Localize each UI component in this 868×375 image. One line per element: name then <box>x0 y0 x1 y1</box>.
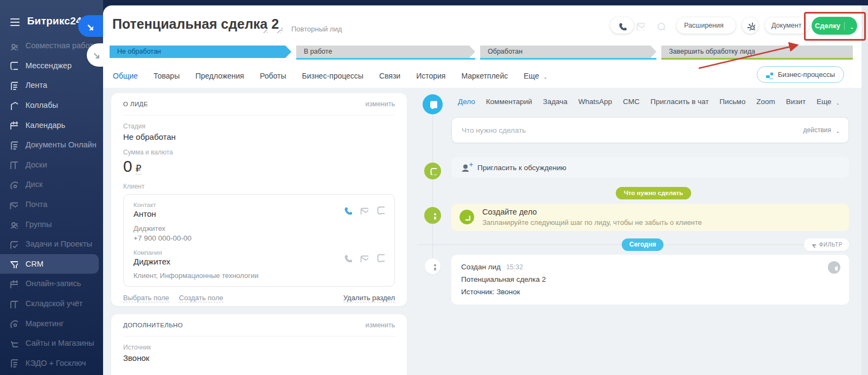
mail-icon[interactable] <box>359 205 368 215</box>
tab-relations[interactable]: Связи <box>379 72 400 81</box>
close-slider-button[interactable] <box>78 15 103 37</box>
todo-input[interactable] <box>452 126 803 134</box>
sidebar-item-sites[interactable]: Сайты и Магазины <box>0 333 99 353</box>
amount-field-value[interactable]: 0₽ <box>123 157 395 176</box>
brand-logo[interactable]: Битрикс24⊙ <box>27 15 86 27</box>
settings-button[interactable] <box>742 17 758 34</box>
sidebar-item-collaboration[interactable]: Совместная работа <box>0 36 99 56</box>
tab-more[interactable]: Еще <box>524 72 547 81</box>
stage-processed[interactable]: Обработан <box>480 46 656 60</box>
actions-dropdown[interactable]: действия <box>803 126 848 134</box>
sidebar-item-messenger[interactable]: Мессенджер <box>0 56 99 76</box>
tab-general[interactable]: Общие <box>113 72 138 81</box>
activity-tab-visit[interactable]: Визит <box>786 98 806 107</box>
chat-icon <box>9 61 18 70</box>
activity-tab-task[interactable]: Задача <box>543 98 567 107</box>
box-icon <box>9 299 18 308</box>
delete-section-link[interactable]: Удалить раздел <box>343 294 395 302</box>
contact-name[interactable]: Антон <box>133 209 156 218</box>
business-processes-button[interactable]: Бизнес-процессы <box>757 66 844 83</box>
sidebar-item-crm[interactable]: CRM <box>0 254 99 274</box>
sidebar-item-inventory[interactable]: Складской учёт <box>0 294 99 314</box>
mail-icon[interactable] <box>635 21 645 30</box>
additional-card: ДОПОЛНИТЕЛЬНО изменить Источник Звонок <box>111 314 407 375</box>
tab-history[interactable]: История <box>416 72 445 81</box>
stage-field-value[interactable]: Не обработан <box>123 132 395 141</box>
activity-tab-whatsapp[interactable]: WhatsApp <box>578 98 612 107</box>
today-badge[interactable]: Сегодня <box>622 238 663 251</box>
section-title: О ЛИДЕ <box>123 101 148 107</box>
sidebar-item-documents[interactable]: Документы Онлайн <box>0 135 99 155</box>
add-todo-button[interactable] <box>459 210 474 224</box>
extensions-button[interactable]: Расширения <box>676 17 736 34</box>
sidebar-item-feed[interactable]: Лента <box>0 75 99 95</box>
amount-field-label: Сумма и валюта <box>123 148 395 156</box>
board-icon <box>9 160 18 169</box>
mail-icon <box>9 200 18 209</box>
sidebar-item-calendar[interactable]: Календарь <box>0 115 99 135</box>
lead-detail-panel: Потенциальная сделка 2 Повторный лид Рас… <box>103 5 861 375</box>
edit-section-link[interactable]: изменить <box>366 100 395 108</box>
document-button[interactable]: Документ <box>765 17 809 34</box>
plus-icon <box>463 214 470 221</box>
stage-bar: Не обработан В работе Обработан Завершит… <box>110 46 853 60</box>
edit-section-link[interactable]: изменить <box>366 321 395 329</box>
company-label: Компания <box>133 249 170 256</box>
activity-tab-todo[interactable]: Дело <box>458 98 475 107</box>
hint-subtitle: Запланируйте следующий шаг по лиду, чтоб… <box>482 218 702 227</box>
copy-link-icon[interactable] <box>275 25 283 33</box>
people-icon <box>9 41 18 50</box>
menu-icon[interactable] <box>9 16 20 27</box>
sidebar-item-boards[interactable]: Доски <box>0 155 99 175</box>
divider <box>844 22 845 30</box>
sidebar-item-groups[interactable]: Группы <box>0 214 99 234</box>
create-deal-button[interactable]: Сделку <box>812 17 857 35</box>
timeline-column: Дело Комментарий Задача WhatsApp СМС При… <box>451 88 849 375</box>
sidebar-item-collabs[interactable]: Коллабы <box>0 95 99 115</box>
sidebar-item-marketing[interactable]: Маркетинг <box>0 313 99 333</box>
search-icon[interactable] <box>655 21 665 30</box>
hint-title: Создайте дело <box>482 208 537 216</box>
create-field-link[interactable]: Создать поле <box>179 294 224 302</box>
contact-phone[interactable]: +7 900 000-00-00 <box>133 234 385 242</box>
chat-icon[interactable] <box>375 205 385 215</box>
disk-icon <box>9 180 18 189</box>
company-name[interactable]: Диджитех <box>133 257 170 266</box>
select-field-link[interactable]: Выбрать поле <box>123 294 169 302</box>
stage-not-processed[interactable]: Не обработан <box>110 46 291 60</box>
timeline-entry-card: Создан лид 15:32 Потенциальная сделка 2 … <box>451 255 849 305</box>
chat-icon[interactable] <box>375 253 385 262</box>
sidebar-item-tasks[interactable]: Задачи и Проекты <box>0 234 99 254</box>
edit-title-icon[interactable] <box>260 25 267 33</box>
source-field-value[interactable]: Звонок <box>123 353 395 363</box>
tab-quotes[interactable]: Предложения <box>195 72 244 81</box>
hexagon-icon <box>9 101 18 110</box>
sidebar-item-booking[interactable]: Онлайн-запись <box>0 274 99 294</box>
chevron-down-icon <box>834 99 840 105</box>
activity-tab-more[interactable]: Еще <box>816 98 839 107</box>
phone-icon[interactable] <box>343 253 352 262</box>
tab-business-processes[interactable]: Бизнес-процессы <box>302 72 363 81</box>
sidebar-item-kedo[interactable]: КЭДО + Госключ <box>0 353 99 373</box>
activity-tab-comment[interactable]: Комментарий <box>486 98 532 107</box>
mail-icon[interactable] <box>359 253 368 262</box>
phone-icon[interactable] <box>343 205 352 215</box>
contact-company: Диджитех <box>133 224 385 232</box>
invite-discussion-row[interactable]: + Пригласить к обсуждению <box>451 157 849 178</box>
sidebar-item-drive[interactable]: Диск <box>0 174 99 195</box>
tab-robots[interactable]: Роботы <box>260 72 286 81</box>
activity-tab-zoom[interactable]: Zoom <box>756 98 775 107</box>
activity-tab-invite-chat[interactable]: Пригласить в чат <box>650 98 709 107</box>
todo-hint-pill[interactable]: Что нужно сделать <box>616 187 691 199</box>
activity-tab-sms[interactable]: СМС <box>623 98 640 107</box>
activity-tab-email[interactable]: Письмо <box>719 98 745 107</box>
sidebar-item-mail[interactable]: Почта <box>0 195 99 215</box>
funnel-icon <box>9 259 18 268</box>
call-button[interactable] <box>610 17 634 34</box>
tab-marketplace[interactable]: Маркетплейс <box>461 72 508 81</box>
tab-products[interactable]: Товары <box>154 72 180 81</box>
stage-finish-processing[interactable]: Завершить обработку лида <box>661 46 853 60</box>
filter-button[interactable]: ФИЛЬТР <box>804 238 849 251</box>
todo-input-card: действия <box>451 117 849 143</box>
stage-in-progress[interactable]: В работе <box>296 46 475 60</box>
